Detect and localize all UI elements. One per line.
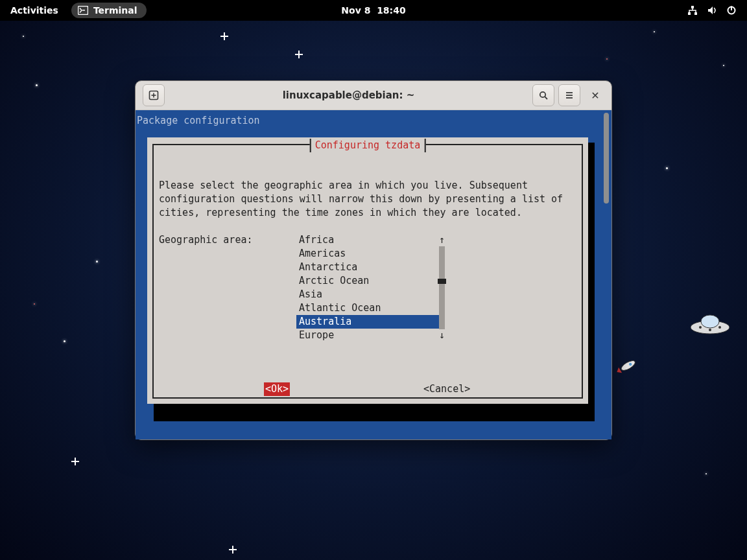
volume-icon [707, 5, 717, 16]
clock-date: Nov 8 [341, 5, 370, 16]
terminal-icon [78, 6, 88, 15]
area-option-africa[interactable]: Africa [296, 233, 439, 247]
svg-rect-12 [694, 12, 697, 15]
area-option-americas[interactable]: Americas [296, 247, 439, 261]
clock-time: 18:40 [377, 5, 406, 16]
svg-point-4 [718, 326, 721, 329]
area-option-australia[interactable]: Australia [296, 315, 439, 329]
svg-point-19 [540, 92, 545, 97]
dialog-title: Configuring tzdata [310, 139, 426, 152]
area-option-asia[interactable]: Asia [296, 288, 439, 301]
svg-point-3 [709, 329, 711, 331]
window-title: linuxcapable@debian: ~ [167, 89, 530, 101]
search-button[interactable] [532, 84, 554, 106]
area-option-arctic-ocean[interactable]: Arctic Ocean [296, 274, 439, 288]
svg-point-5 [620, 359, 637, 373]
terminal-content[interactable]: Package configuration Configuring tzdata… [136, 110, 611, 439]
ok-button[interactable]: <Ok> [264, 382, 290, 396]
svg-rect-11 [688, 12, 691, 15]
power-icon [726, 5, 737, 16]
svg-rect-10 [691, 6, 694, 8]
activities-button[interactable]: Activities [0, 5, 69, 16]
ufo-decoration [687, 311, 733, 337]
network-icon [687, 5, 698, 16]
svg-rect-9 [82, 10, 85, 11]
list-scroll-down[interactable]: ↓ [439, 329, 445, 342]
svg-marker-13 [708, 6, 713, 14]
package-configuration-heading: Package configuration [136, 110, 611, 128]
tzdata-dialog: Configuring tzdata Please select the geo… [147, 137, 588, 404]
rocket-decoration [614, 356, 640, 376]
area-option-atlantic-ocean[interactable]: Atlantic Ocean [296, 301, 439, 315]
new-tab-button[interactable] [143, 84, 165, 106]
area-option-europe[interactable]: Europe [296, 329, 439, 342]
system-tray[interactable] [687, 5, 747, 16]
area-option-antarctica[interactable]: Antarctica [296, 261, 439, 274]
geographic-area-list[interactable]: AfricaAmericasAntarcticaArctic OceanAsia… [296, 233, 439, 342]
clock[interactable]: Nov 8 18:40 [341, 5, 405, 16]
active-app-label: Terminal [93, 5, 137, 16]
close-icon: ✕ [591, 89, 599, 102]
terminal-window: linuxcapable@debian: ~ ✕ Package configu… [135, 80, 612, 440]
window-titlebar[interactable]: linuxcapable@debian: ~ ✕ [136, 81, 611, 110]
list-scrollbar[interactable] [439, 246, 445, 329]
cancel-button[interactable]: <Cancel> [423, 382, 470, 396]
active-app-pill[interactable]: Terminal [71, 3, 147, 18]
terminal-scrollbar[interactable] [602, 111, 610, 438]
svg-point-1 [701, 315, 719, 328]
gnome-top-bar: Activities Terminal Nov 8 18:40 [0, 0, 747, 21]
list-scroll-up[interactable]: ↑ [439, 233, 445, 247]
close-button[interactable]: ✕ [584, 84, 606, 106]
hamburger-menu-button[interactable] [558, 84, 580, 106]
svg-line-20 [545, 97, 547, 99]
svg-point-2 [699, 326, 702, 329]
